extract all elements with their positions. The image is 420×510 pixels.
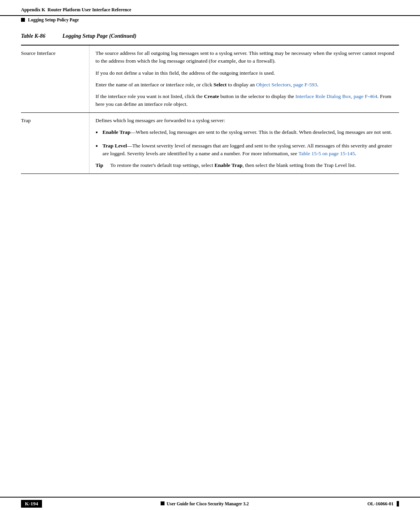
breadcrumb: Logging Setup Policy Page [0,16,420,22]
link-interface-role-dialog[interactable]: Interface Role Dialog Box, page F-464 [296,93,378,99]
bullet-dot-2: • [96,141,103,152]
page-footer: K-194 User Guide for Cisco Security Mana… [0,497,420,510]
table-row: Source Interface The source address for … [21,45,399,112]
table-title-text: Logging Setup Page (Continued) [62,33,136,39]
bullet-item-enable-trap: • Enable Trap—When selected, log message… [96,128,395,138]
para-1: The source address for all outgoing log … [96,49,395,65]
field-name-source-interface: Source Interface [21,45,89,112]
tip-box: Tip To restore the router's default trap… [96,161,395,169]
footer-guide-title: User Guide for Cisco Security Manager 3.… [42,501,368,506]
table-label: Table K-86 [21,33,46,39]
bullet-list: • Enable Trap—When selected, log message… [96,128,395,158]
main-content: Table K-86 Logging Setup Page (Continued… [0,22,420,189]
breadcrumb-icon [21,18,25,22]
bullet-dot: • [96,128,103,138]
tip-text: To restore the router's default trap set… [110,161,356,169]
breadcrumb-text: Logging Setup Policy Page [28,18,79,22]
bullet-text-1: Enable Trap—When selected, log messages … [103,128,392,136]
bullet-item-trap-level: • Trap Level—The lowest severity level o… [96,142,395,158]
para-2: If you do not define a value in this fie… [96,69,395,77]
main-table: Source Interface The source address for … [21,45,399,174]
link-table-15-5[interactable]: Table 15-5 on page 15-145 [298,151,355,156]
para-3: Enter the name of an interface or interf… [96,81,395,89]
header-appendix: Appendix K Router Platform User Interfac… [21,7,131,13]
tip-label: Tip [96,161,107,169]
page-header: Appendix K Router Platform User Interfac… [0,0,420,16]
page-number: K-194 [21,500,42,508]
footer-doc-number: OL-16066-01 [368,501,399,507]
para-4: If the interface role you want is not li… [96,93,395,109]
field-content-trap: Defines which log messages are forwarded… [89,112,399,174]
bullet-text-2: Trap Level—The lowest severity level of … [103,142,395,158]
footer-left: K-194 [21,500,42,508]
table-row: Trap Defines which log messages are forw… [21,112,399,174]
field-content-source-interface: The source address for all outgoing log … [89,45,399,112]
footer-icon [161,501,164,505]
trap-intro: Defines which log messages are forwarded… [96,117,395,124]
field-name-trap: Trap [21,112,89,174]
table-title-row: Table K-86 Logging Setup Page (Continued… [21,33,399,39]
link-object-selectors[interactable]: Object Selectors, page F-593 [256,82,317,88]
